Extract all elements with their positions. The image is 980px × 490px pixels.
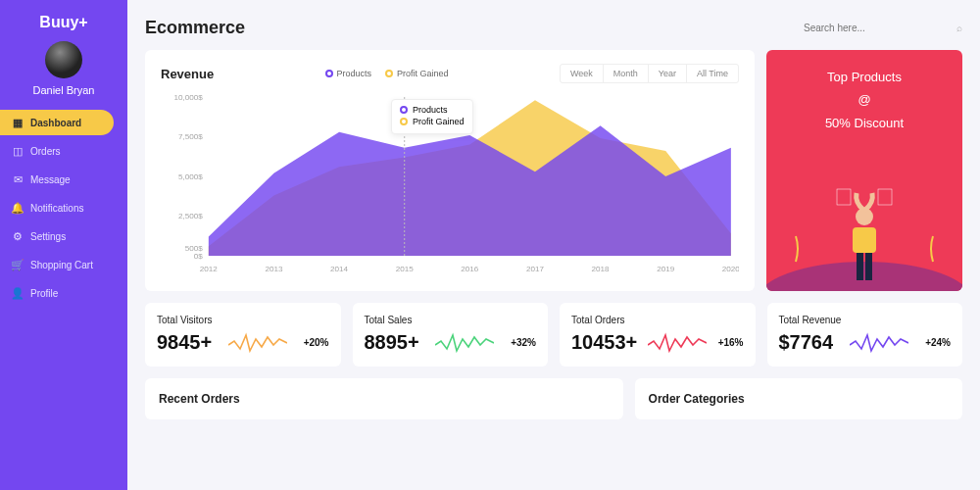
stat-value: 9845+ bbox=[157, 331, 212, 354]
search-wrap: ⌕ bbox=[796, 18, 962, 38]
tab-week[interactable]: Week bbox=[561, 65, 604, 82]
tab-year[interactable]: Year bbox=[649, 65, 687, 82]
dot-icon bbox=[325, 70, 333, 77]
svg-text:2019: 2019 bbox=[657, 265, 675, 273]
sidebar-item-shopping-cart[interactable]: 🛒 Shopping Cart bbox=[0, 252, 127, 277]
stat-value: $7764 bbox=[779, 331, 834, 354]
stat-card: Total Sales 8895+ +32% bbox=[353, 303, 549, 367]
stats-row: Total Visitors 9845+ +20% Total Sales 88… bbox=[145, 303, 962, 367]
stat-label: Total Orders bbox=[571, 315, 744, 325]
dashboard-icon: ▦ bbox=[12, 117, 24, 128]
svg-text:2014: 2014 bbox=[330, 265, 349, 273]
page-title: Ecommerce bbox=[145, 18, 245, 38]
promo-text: Top Products @ 50% Discount bbox=[782, 66, 947, 134]
search-icon[interactable]: ⌕ bbox=[956, 23, 962, 33]
tab-month[interactable]: Month bbox=[604, 65, 649, 82]
stat-card: Total Visitors 9845+ +20% bbox=[145, 303, 341, 367]
recent-orders-card: Recent Orders bbox=[145, 378, 623, 419]
orders-icon: ◫ bbox=[12, 145, 24, 157]
sidebar-item-label: Message bbox=[30, 174, 71, 185]
profile-icon: 👤 bbox=[12, 287, 24, 299]
svg-text:2013: 2013 bbox=[265, 265, 283, 273]
stat-card: Total Orders 10453+ +16% bbox=[560, 303, 756, 367]
search-input[interactable] bbox=[796, 18, 953, 38]
chart-legend: Products Profit Gained bbox=[325, 69, 449, 78]
svg-rect-19 bbox=[837, 189, 851, 205]
message-icon: ✉ bbox=[12, 173, 24, 185]
legend-products: Products bbox=[325, 69, 372, 78]
svg-text:5,000$: 5,000$ bbox=[178, 172, 203, 181]
tab-alltime[interactable]: All Time bbox=[687, 65, 738, 82]
svg-rect-21 bbox=[857, 253, 863, 280]
svg-rect-20 bbox=[878, 189, 892, 205]
svg-text:2012: 2012 bbox=[200, 265, 219, 273]
stat-value: 10453+ bbox=[571, 331, 637, 354]
sparkline bbox=[435, 329, 494, 355]
dot-icon bbox=[385, 70, 393, 77]
sparkline bbox=[850, 329, 908, 355]
svg-point-16 bbox=[766, 262, 962, 291]
dot-icon bbox=[400, 118, 408, 125]
sparkline bbox=[648, 329, 707, 355]
avatar[interactable] bbox=[45, 41, 82, 78]
svg-text:2016: 2016 bbox=[461, 265, 479, 273]
svg-rect-17 bbox=[853, 227, 876, 253]
sidebar-item-label: Orders bbox=[30, 146, 61, 157]
chart-body: 0$500$2,500$5,000$7,500$10,000$201220132… bbox=[161, 91, 739, 277]
stat-change: +24% bbox=[925, 337, 951, 348]
stat-value: 8895+ bbox=[365, 331, 419, 354]
stat-change: +20% bbox=[304, 337, 329, 348]
sidebar-item-message[interactable]: ✉ Message bbox=[0, 167, 127, 192]
cart-icon: 🛒 bbox=[12, 259, 24, 270]
sidebar-item-notifications[interactable]: 🔔 Notifications bbox=[0, 195, 127, 220]
svg-text:500$: 500$ bbox=[185, 244, 204, 253]
sidebar-item-dashboard[interactable]: ▦ Dashboard bbox=[0, 110, 114, 135]
dot-icon bbox=[400, 106, 408, 114]
svg-text:2017: 2017 bbox=[526, 265, 545, 273]
sidebar-nav: ▦ Dashboard ◫ Orders ✉ Message 🔔 Notific… bbox=[0, 110, 127, 306]
chart-tooltip: Products Profit Gained bbox=[391, 99, 473, 134]
promo-illustration bbox=[766, 183, 962, 291]
svg-text:2020: 2020 bbox=[722, 265, 739, 273]
stat-card: Total Revenue $7764 +24% bbox=[767, 303, 963, 367]
sidebar-item-label: Shopping Cart bbox=[30, 260, 93, 270]
svg-text:2015: 2015 bbox=[396, 265, 415, 273]
sidebar-item-orders[interactable]: ◫ Orders bbox=[0, 138, 127, 164]
settings-icon: ⚙ bbox=[12, 230, 24, 242]
logo: Buuy+ bbox=[39, 14, 87, 31]
chart-title: Revenue bbox=[161, 67, 214, 81]
sidebar-item-label: Settings bbox=[30, 231, 66, 242]
svg-text:2,500$: 2,500$ bbox=[178, 213, 203, 221]
header: Ecommerce ⌕ bbox=[145, 18, 962, 38]
legend-profit: Profit Gained bbox=[385, 69, 449, 78]
revenue-chart-card: Revenue Products Profit Gained Week Mont… bbox=[145, 50, 755, 291]
sidebar-item-profile[interactable]: 👤 Profile bbox=[0, 280, 127, 306]
time-range-tabs: Week Month Year All Time bbox=[560, 64, 739, 83]
svg-text:10,000$: 10,000$ bbox=[173, 93, 203, 102]
svg-rect-22 bbox=[865, 253, 872, 280]
sidebar: Buuy+ Daniel Bryan ▦ Dashboard ◫ Orders … bbox=[0, 0, 127, 490]
sparkline bbox=[228, 329, 287, 355]
stat-change: +32% bbox=[511, 337, 536, 348]
sidebar-item-settings[interactable]: ⚙ Settings bbox=[0, 223, 127, 249]
sidebar-item-label: Dashboard bbox=[30, 118, 81, 128]
svg-text:0$: 0$ bbox=[194, 252, 204, 261]
svg-text:2018: 2018 bbox=[592, 265, 611, 273]
order-categories-card: Order Categories bbox=[635, 378, 962, 419]
sidebar-item-label: Notifications bbox=[30, 203, 83, 214]
stat-label: Total Visitors bbox=[157, 315, 329, 325]
stat-label: Total Sales bbox=[365, 315, 537, 325]
stat-label: Total Revenue bbox=[779, 315, 952, 325]
sidebar-item-label: Profile bbox=[30, 288, 58, 299]
username: Daniel Bryan bbox=[33, 84, 95, 96]
main: Ecommerce ⌕ Revenue Products Profit Gain… bbox=[127, 0, 980, 490]
stat-change: +16% bbox=[718, 337, 744, 348]
svg-text:7,500$: 7,500$ bbox=[178, 133, 203, 142]
notifications-icon: 🔔 bbox=[12, 202, 24, 214]
promo-card[interactable]: Top Products @ 50% Discount bbox=[766, 50, 962, 291]
